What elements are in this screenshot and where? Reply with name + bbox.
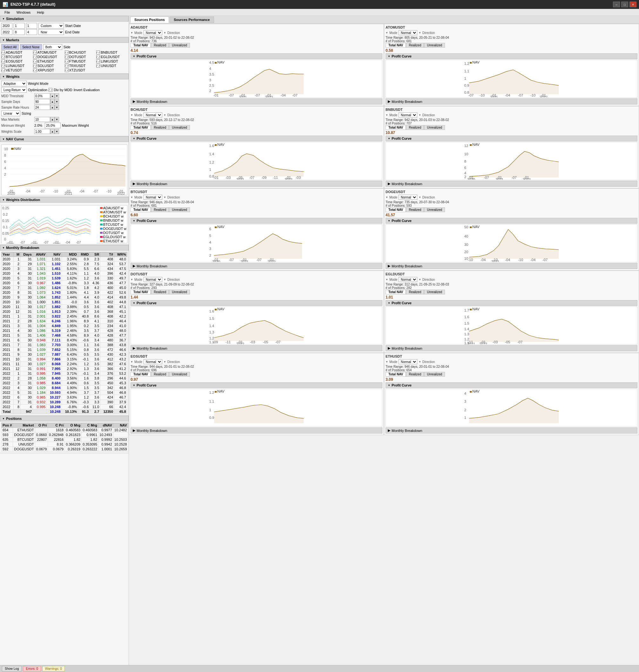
bchusdt-realized-tab[interactable]: Realized	[151, 125, 169, 130]
warnings-badge[interactable]: Warnings: 0	[42, 666, 65, 671]
menu-file[interactable]: File	[1, 10, 13, 15]
ethusdt-realized-tab[interactable]: Realized	[406, 372, 424, 377]
simulation-header[interactable]: ▼ Simulation	[0, 16, 129, 21]
bnbusdt-mode-dropdown[interactable]: Normal	[399, 112, 417, 118]
btcusdt-profit-header[interactable]: ▼ Profit Curve	[130, 218, 383, 223]
btcusdt-total-tab[interactable]: Total NAV	[130, 207, 151, 212]
sr-down-button[interactable]: ▼	[54, 105, 59, 110]
bchusdt-mode-dropdown[interactable]: Normal	[143, 112, 162, 118]
side-dropdown[interactable]: Both	[43, 44, 62, 50]
weights-dist-header[interactable]: ▼ Weights Distribution	[0, 197, 129, 203]
egldusdt-monthly-btn[interactable]: ▶ Monthly Breakdown	[386, 345, 637, 351]
solusdt-checkbox[interactable]: ✓	[33, 64, 37, 68]
mdd-down-button[interactable]: ▼	[54, 93, 59, 98]
market-linkusdt[interactable]: ✓LINKUSDT	[96, 59, 127, 63]
market-lunausdt[interactable]: ✓LUNAUSDT	[1, 64, 32, 68]
sr-up-button[interactable]: ▲	[50, 105, 54, 110]
mdd-input[interactable]	[34, 93, 50, 98]
btcusdt-checkbox[interactable]: ✓	[1, 55, 5, 59]
dotusdt-realized-tab[interactable]: Realized	[151, 290, 169, 294]
atomusdt-total-tab[interactable]: Total NAV	[386, 43, 406, 48]
adausdt-unrealized-tab[interactable]: Unrealized	[169, 43, 190, 48]
dotusdt-mode-dropdown[interactable]: Normal	[143, 277, 162, 282]
ws-down-button[interactable]: ▼	[54, 129, 59, 134]
menu-help[interactable]: Help	[34, 10, 47, 15]
dogeusdt-mode-dropdown[interactable]: Normal	[399, 195, 417, 200]
opt-dropdown[interactable]: Long Return	[1, 87, 27, 93]
bnbusdt-total-tab[interactable]: Total NAV	[386, 125, 406, 130]
market-atomusdt[interactable]: ✓ATOMUSDT	[33, 50, 64, 54]
atomusdt-realized-tab[interactable]: Realized	[406, 43, 424, 48]
market-egldusdt[interactable]: ✓EGLDUSDT	[96, 55, 127, 59]
positions-header[interactable]: ▼ Positions	[0, 416, 129, 421]
div-mdd-checkbox[interactable]: ✓	[49, 88, 52, 92]
bnbusdt-monthly-btn[interactable]: ▶ Monthly Breakdown	[386, 181, 637, 187]
market-xrpusdt[interactable]: ✓XRPUSDT	[33, 68, 64, 72]
dogeusdt-realized-tab[interactable]: Realized	[406, 207, 424, 212]
uniusdt-checkbox[interactable]: ✓	[96, 64, 100, 68]
monthly-header[interactable]: ▼ Monthly Breakdown	[0, 245, 129, 251]
sim-year-input[interactable]	[1, 23, 12, 29]
egldusdt-profit-header[interactable]: ▼ Profit Curve	[386, 300, 637, 306]
max-markets-input[interactable]	[34, 117, 50, 122]
market-xtzusdt[interactable]: ✓XTZUSDT	[65, 68, 96, 72]
egldusdt-mode-dropdown[interactable]: Normal	[399, 277, 417, 282]
bnbusdt-unrealized-tab[interactable]: Unrealized	[424, 125, 445, 130]
bchusdt-checkbox[interactable]: ✓	[65, 50, 68, 54]
atomusdt-profit-header[interactable]: ▼ Profit Curve	[386, 53, 637, 59]
dogeusdt-profit-header[interactable]: ▼ Profit Curve	[386, 218, 637, 223]
weights-mode-dropdown[interactable]: Adaptive	[1, 81, 27, 87]
ethusdt-checkbox[interactable]: ✓	[33, 59, 37, 63]
eosusdt-unrealized-tab[interactable]: Unrealized	[169, 372, 190, 377]
mm-up-button[interactable]: ▲	[50, 117, 54, 122]
egldusdt-unrealized-tab[interactable]: Unrealized	[424, 290, 445, 294]
bnbusdt-checkbox[interactable]: ✓	[96, 50, 100, 54]
select-all-button[interactable]: Select All	[1, 44, 19, 50]
close-button[interactable]: ✕	[629, 2, 637, 7]
bnbusdt-realized-tab[interactable]: Realized	[406, 125, 424, 130]
btcusdt-realized-tab[interactable]: Realized	[151, 207, 169, 212]
btcusdt-unrealized-tab[interactable]: Unrealized	[169, 207, 190, 212]
min-weight-input[interactable]	[45, 123, 61, 128]
eosusdt-realized-tab[interactable]: Realized	[151, 372, 169, 377]
sim-preset-dropdown[interactable]: Custom	[38, 23, 64, 29]
sim-year2-input[interactable]	[1, 29, 12, 35]
markets-header[interactable]: ▼ Markets	[0, 37, 129, 43]
market-ethusdt[interactable]: ✓ETHUSDT	[33, 59, 64, 63]
atomusdt-checkbox[interactable]: ✓	[33, 50, 37, 54]
atomusdt-monthly-btn[interactable]: ▶ Monthly Breakdown	[386, 98, 637, 105]
eosusdt-checkbox[interactable]: ✓	[1, 59, 5, 63]
dotusdt-total-tab[interactable]: Total NAV	[130, 290, 151, 294]
ethusdt-total-tab[interactable]: Total NAV	[386, 372, 406, 377]
bchusdt-total-tab[interactable]: Total NAV	[130, 125, 151, 130]
market-dotusdt[interactable]: ✓DOTUSDT	[65, 55, 96, 59]
xrpusdt-checkbox[interactable]: ✓	[33, 68, 37, 72]
adausdt-profit-header[interactable]: ▼ Profit Curve	[130, 53, 383, 59]
eosusdt-mode-dropdown[interactable]: Normal	[143, 359, 162, 364]
eosusdt-monthly-btn[interactable]: ▶ Monthly Breakdown	[130, 427, 383, 434]
eosusdt-total-tab[interactable]: Total NAV	[130, 372, 151, 377]
xtzusdt-checkbox[interactable]: ✓	[65, 68, 68, 72]
btcusdt-monthly-btn[interactable]: ▶ Monthly Breakdown	[130, 263, 383, 269]
ethusdt-unrealized-tab[interactable]: Unrealized	[424, 372, 445, 377]
ethusdt-monthly-btn[interactable]: ▶ Monthly Breakdown	[386, 427, 637, 434]
sd-down-button[interactable]: ▼	[54, 99, 59, 104]
bchusdt-monthly-btn[interactable]: ▶ Monthly Breakdown	[130, 181, 383, 187]
market-eosusdt[interactable]: ✓EOSUSDT	[1, 59, 32, 63]
ethusdt-mode-dropdown[interactable]: Normal	[399, 359, 417, 364]
dogeusdt-monthly-btn[interactable]: ▶ Monthly Breakdown	[386, 263, 637, 269]
egldusdt-checkbox[interactable]: ✓	[96, 55, 100, 59]
weights-header[interactable]: ▼ Weights	[0, 74, 129, 79]
menu-windows[interactable]: Windows	[13, 10, 34, 15]
lunausdt-checkbox[interactable]: ✓	[1, 64, 5, 68]
ws-up-button[interactable]: ▲	[50, 129, 54, 134]
tab-sources-positions[interactable]: Sources Positions	[130, 16, 169, 23]
market-bnbusdt[interactable]: ✓BNBUSDT	[96, 50, 127, 54]
sim-month-input[interactable]	[14, 23, 25, 29]
adausdt-realized-tab[interactable]: Realized	[151, 43, 169, 48]
ws-input[interactable]	[34, 129, 50, 134]
dotusdt-checkbox[interactable]: ✓	[65, 55, 68, 59]
market-solusdt[interactable]: ✓SOLUSDT	[33, 64, 64, 68]
egldusdt-realized-tab[interactable]: Realized	[406, 290, 424, 294]
sim-day2-input[interactable]	[26, 29, 37, 35]
